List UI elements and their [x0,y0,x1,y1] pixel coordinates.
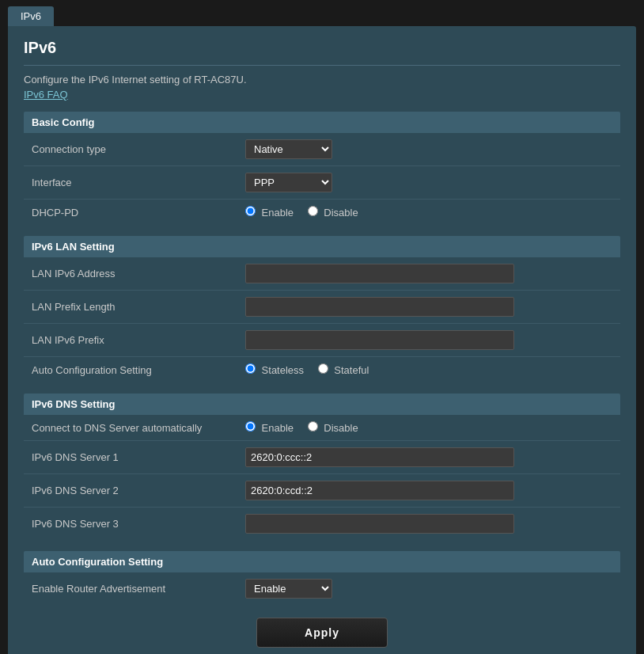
lan-ipv6-address-label: LAN IPv6 Address [24,257,237,291]
router-advertisement-row: Enable Router Advertisement Enable Disab… [24,572,620,605]
dhcp-pd-enable-label: Enable [245,207,297,219]
connection-type-row: Connection type Native Tunnel 6to4 Tunne… [24,133,620,166]
lan-ipv6-address-input[interactable] [245,264,514,283]
lan-ipv6-prefix-label: LAN IPv6 Prefix [24,324,237,357]
stateful-radio[interactable] [318,363,328,374]
basic-config-table: Connection type Native Tunnel 6to4 Tunne… [24,133,620,225]
interface-select[interactable]: PPP WAN [245,173,332,192]
dns-server1-row: IPv6 DNS Server 1 [24,441,620,474]
router-advertisement-select[interactable]: Enable Disable [245,579,332,599]
main-container: IPv6 Configure the IPv6 Internet setting… [8,26,636,654]
dns-server3-input[interactable] [245,514,514,534]
page-description: Configure the IPv6 Internet setting of R… [24,74,620,86]
connection-type-select[interactable]: Native Tunnel 6to4 Tunnel 6in4 Tunnel 6r… [245,139,332,159]
ipv6-tab[interactable]: IPv6 [8,6,54,26]
stateful-label: Stateful [318,364,369,376]
dns-server3-label: IPv6 DNS Server 3 [24,508,237,541]
interface-label: Interface [24,166,237,200]
router-advertisement-label: Enable Router Advertisement [24,572,237,605]
dns-server2-input[interactable] [245,481,514,500]
lan-ipv6-prefix-row: LAN IPv6 Prefix [24,324,620,357]
lan-prefix-length-label: LAN Prefix Length [24,291,237,324]
lan-prefix-length-row: LAN Prefix Length [24,291,620,324]
lan-ipv6-address-row: LAN IPv6 Address [24,257,620,291]
auto-config-setting-row: Auto Configuration Setting Stateless Sta… [24,357,620,383]
basic-config-header: Basic Config [24,112,620,133]
ipv6-faq-link[interactable]: IPv6 FAQ [24,89,68,101]
ipv6-dns-table: Connect to DNS Server automatically Enab… [24,415,620,540]
ipv6-lan-header: IPv6 LAN Setting [24,236,620,257]
auto-config-section: Auto Configuration Setting Enable Router… [24,551,620,605]
ipv6-lan-section: IPv6 LAN Setting LAN IPv6 Address LAN Pr… [24,236,620,382]
dns-server2-row: IPv6 DNS Server 2 [24,474,620,508]
dns-auto-row: Connect to DNS Server automatically Enab… [24,415,620,441]
dns-disable-radio[interactable] [308,421,318,432]
dns-server3-row: IPv6 DNS Server 3 [24,508,620,541]
auto-config-table: Enable Router Advertisement Enable Disab… [24,572,620,605]
basic-config-section: Basic Config Connection type Native Tunn… [24,112,620,225]
dhcp-pd-disable-label: Disable [308,207,358,219]
dhcp-pd-row: DHCP-PD Enable Disable [24,200,620,226]
dns-enable-label: Enable [245,422,297,434]
dns-auto-label: Connect to DNS Server automatically [24,415,237,441]
connection-type-label: Connection type [24,133,237,166]
auto-config-header: Auto Configuration Setting [24,551,620,572]
dns-server1-label: IPv6 DNS Server 1 [24,441,237,474]
stateless-label: Stateless [245,364,307,376]
ipv6-lan-table: LAN IPv6 Address LAN Prefix Length LAN I… [24,257,620,382]
dhcp-pd-label: DHCP-PD [24,200,237,226]
ipv6-dns-header: IPv6 DNS Setting [24,394,620,415]
dhcp-pd-disable-radio[interactable] [308,206,318,216]
ipv6-dns-section: IPv6 DNS Setting Connect to DNS Server a… [24,394,620,540]
page-title: IPv6 [24,39,620,57]
auto-config-setting-label: Auto Configuration Setting [24,357,237,383]
interface-row: Interface PPP WAN [24,166,620,200]
dns-disable-label: Disable [308,422,358,434]
apply-button[interactable]: Apply [256,618,388,648]
stateless-radio[interactable] [245,363,256,374]
lan-prefix-length-input[interactable] [245,297,514,317]
dns-server2-label: IPv6 DNS Server 2 [24,474,237,508]
dns-enable-radio[interactable] [245,421,256,432]
lan-ipv6-prefix-input[interactable] [245,330,514,350]
dns-server1-input[interactable] [245,447,514,467]
dhcp-pd-enable-radio[interactable] [245,206,256,216]
